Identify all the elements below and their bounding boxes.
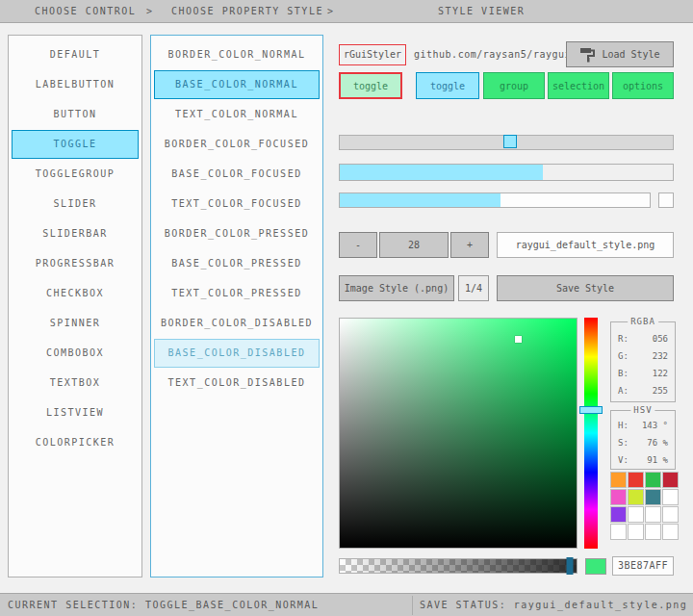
color-swatch-11[interactable] [662, 506, 679, 523]
color-swatch-2[interactable] [645, 472, 661, 488]
alpha-slider[interactable] [339, 558, 578, 574]
color-swatch-10[interactable] [645, 506, 661, 523]
load-style-label: Load Style [602, 49, 659, 60]
load-style-button[interactable]: Load Style [566, 41, 674, 67]
toggle-group-item-group[interactable]: group [483, 72, 545, 99]
color-picker-panel[interactable] [339, 318, 578, 549]
property-item-text_color_focused[interactable]: TEXT_COLOR_FOCUSED [154, 190, 320, 218]
color-swatch-14[interactable] [645, 524, 661, 540]
control-item-checkbox[interactable]: CHECKBOX [12, 279, 139, 308]
control-item-button[interactable]: BUTTON [12, 100, 139, 129]
filename-textbox[interactable]: raygui_default_style.png [497, 232, 674, 258]
control-item-listview[interactable]: LISTVIEW [12, 398, 139, 427]
sliderbar-fill [340, 165, 543, 180]
hsv-s-value: 76 % [647, 438, 668, 448]
rgba-g-row: G: 232 [611, 347, 675, 365]
rgba-r-row: R: 056 [611, 330, 675, 347]
color-swatch-6[interactable] [645, 489, 661, 505]
color-swatch-4[interactable] [610, 489, 627, 505]
repo-link[interactable]: github.com/raysan5/raygui [414, 44, 571, 65]
control-item-textbox[interactable]: TEXTBOX [12, 369, 139, 398]
hsv-group: HSV H: 143 ° S: 76 % V: 91 % [610, 410, 676, 470]
slider-handle[interactable] [503, 135, 517, 148]
slider[interactable] [339, 135, 674, 150]
hue-handle[interactable] [579, 406, 603, 414]
property-item-border_color_disabled[interactable]: BORDER_COLOR_DISABLED [154, 309, 320, 338]
header-style-viewer: STYLE VIEWER [438, 0, 525, 23]
page-indicator: 1/4 [458, 275, 489, 301]
status-divider [412, 596, 413, 615]
property-item-text_color_disabled[interactable]: TEXT_COLOR_DISABLED [154, 369, 320, 398]
controls-list: DEFAULTLABELBUTTONBUTTONTOGGLETOGGLEGROU… [9, 36, 141, 457]
app-window: CHOOSE CONTROL > CHOOSE PROPERTY STYLE >… [0, 0, 693, 616]
color-swatch-1[interactable] [628, 472, 644, 488]
chevron-right-icon: > [146, 0, 154, 23]
toggle-pressed[interactable]: toggle [416, 72, 479, 99]
control-item-labelbutton[interactable]: LABELBUTTON [12, 70, 139, 99]
color-swatch-8[interactable] [610, 506, 627, 523]
color-swatch-7[interactable] [662, 489, 679, 505]
hsv-s-row: S: 76 % [611, 434, 675, 451]
color-swatch-0[interactable] [610, 472, 627, 488]
toggle-active-editing[interactable]: toggle [339, 72, 402, 99]
control-item-progressbar[interactable]: PROGRESSBAR [12, 249, 139, 278]
properties-list: BORDER_COLOR_NORMALBASE_COLOR_NORMALTEXT… [151, 36, 322, 398]
property-item-border_color_focused[interactable]: BORDER_COLOR_FOCUSED [154, 130, 320, 159]
property-item-base_color_pressed[interactable]: BASE_COLOR_PRESSED [154, 249, 320, 278]
control-item-colorpicker[interactable]: COLORPICKER [12, 428, 139, 457]
hsv-h-value: 143 ° [642, 421, 668, 430]
image-style-button[interactable]: Image Style (.png) [339, 275, 454, 301]
property-item-base_color_normal[interactable]: BASE_COLOR_NORMAL [154, 70, 320, 99]
control-item-sliderbar[interactable]: SLIDERBAR [12, 219, 139, 248]
control-item-toggle[interactable]: TOGGLE [12, 130, 139, 159]
header-bar: CHOOSE CONTROL > CHOOSE PROPERTY STYLE >… [0, 0, 693, 23]
hsv-h-label: H: [618, 421, 629, 430]
save-status: SAVE STATUS: raygui_default_style.png [420, 594, 687, 616]
rgba-r-value: 056 [653, 334, 668, 344]
hue-bar[interactable] [584, 318, 598, 549]
property-item-base_color_disabled[interactable]: BASE_COLOR_DISABLED [154, 339, 320, 368]
property-item-base_color_focused[interactable]: BASE_COLOR_FOCUSED [154, 160, 320, 189]
property-item-text_color_pressed[interactable]: TEXT_COLOR_PRESSED [154, 279, 320, 308]
hsv-v-row: V: 91 % [611, 451, 675, 469]
save-style-button[interactable]: Save Style [497, 275, 674, 301]
toggle-group-item-options[interactable]: options [612, 72, 674, 99]
rgba-b-value: 122 [653, 369, 668, 378]
rgba-a-row: A: 255 [611, 382, 675, 399]
control-item-slider[interactable]: SLIDER [12, 190, 139, 218]
chevron-right-icon-2: > [327, 0, 335, 23]
checkbox[interactable] [658, 192, 674, 208]
rgba-group: RGBA R: 056 G: 232 B: 122 A: 255 [610, 321, 676, 402]
property-item-text_color_normal[interactable]: TEXT_COLOR_NORMAL [154, 100, 320, 129]
progress-bar [339, 192, 651, 208]
color-swatch-3[interactable] [662, 472, 679, 488]
alpha-handle[interactable] [566, 557, 573, 575]
picker-cursor[interactable] [515, 336, 522, 343]
slider-bar[interactable] [339, 164, 674, 181]
property-item-border_color_normal[interactable]: BORDER_COLOR_NORMAL [154, 40, 320, 69]
color-swatch-5[interactable] [628, 489, 644, 505]
status-bar: CURRENT SELECTION: TOGGLE_BASE_COLOR_NOR… [0, 593, 693, 616]
properties-panel[interactable]: BORDER_COLOR_NORMALBASE_COLOR_NORMALTEXT… [150, 35, 323, 578]
color-swatch-13[interactable] [628, 524, 644, 540]
hsv-s-label: S: [618, 438, 629, 448]
hex-value-textbox[interactable]: 3BE87AFF [612, 556, 674, 576]
property-item-border_color_pressed[interactable]: BORDER_COLOR_PRESSED [154, 219, 320, 248]
spinner-minus-button[interactable]: - [339, 232, 377, 258]
current-selection-status: CURRENT SELECTION: TOGGLE_BASE_COLOR_NOR… [8, 594, 319, 616]
toggle-group-item-selection[interactable]: selection [548, 72, 609, 99]
brand-label: rGuiStyler [339, 44, 406, 65]
control-item-default[interactable]: DEFAULT [12, 40, 139, 69]
rgba-b-row: B: 122 [611, 365, 675, 382]
header-choose-property-style: CHOOSE PROPERTY STYLE [171, 0, 323, 23]
controls-panel[interactable]: DEFAULTLABELBUTTONBUTTONTOGGLETOGGLEGROU… [8, 35, 142, 578]
color-swatch-9[interactable] [628, 506, 644, 523]
control-item-togglegroup[interactable]: TOGGLEGROUP [12, 160, 139, 189]
control-item-spinner[interactable]: SPINNER [12, 309, 139, 338]
color-swatch-15[interactable] [662, 524, 679, 540]
color-swatch-12[interactable] [610, 524, 627, 540]
progressbar-fill [340, 193, 500, 207]
spinner-value[interactable]: 28 [379, 232, 449, 258]
spinner-plus-button[interactable]: + [450, 232, 489, 258]
control-item-combobox[interactable]: COMBOBOX [12, 339, 139, 368]
